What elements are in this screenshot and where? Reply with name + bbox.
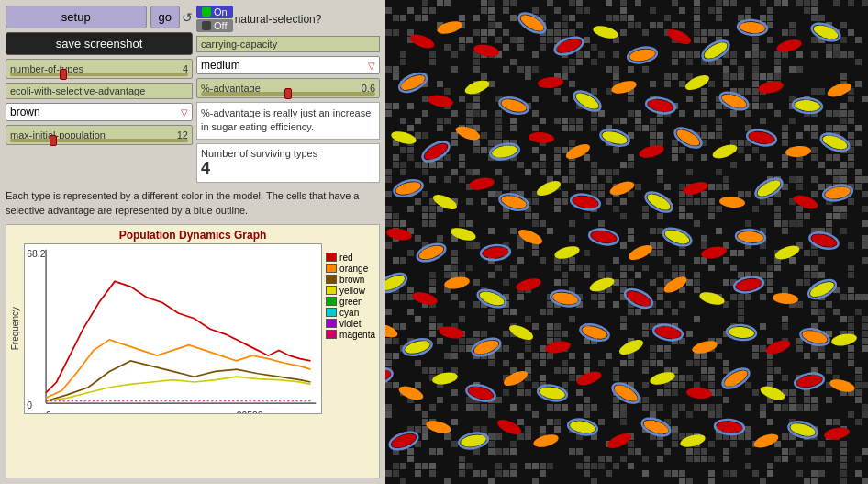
percent-advantage-thumb[interactable] bbox=[284, 88, 292, 99]
number-of-types-track bbox=[10, 73, 188, 76]
setup-go-row: setup go ↺ bbox=[6, 6, 193, 28]
toggle-off-indicator bbox=[202, 21, 211, 30]
legend-label-brown: brown bbox=[339, 275, 364, 285]
natural-selection-label: natural-selection? bbox=[235, 13, 322, 26]
percent-advantage-info: %-advantage is really just an increase i… bbox=[196, 102, 380, 140]
ecoli-value: brown bbox=[10, 106, 40, 118]
legend-color-red bbox=[326, 253, 337, 262]
legend-color-violet bbox=[326, 319, 337, 328]
legend-color-cyan bbox=[326, 308, 337, 317]
svg-text:0: 0 bbox=[27, 400, 32, 411]
surviving-value: 4 bbox=[201, 159, 375, 178]
max-initial-population-thumb[interactable] bbox=[50, 135, 57, 146]
legend-item-violet: violet bbox=[326, 319, 375, 329]
legend-label-cyan: cyan bbox=[339, 308, 359, 318]
info-text: %-advantage is really just an increase i… bbox=[201, 107, 371, 132]
carrying-capacity-arrow: ▽ bbox=[368, 61, 375, 71]
toggle-off-button[interactable]: Off bbox=[196, 19, 233, 32]
graph-legend: red orange brown yellow green bbox=[326, 243, 375, 415]
legend-label-yellow: yellow bbox=[339, 286, 365, 296]
simulation-canvas bbox=[385, 0, 868, 484]
refresh-icon[interactable]: ↺ bbox=[182, 10, 193, 25]
description-text: Each type is represented by a different … bbox=[6, 186, 380, 220]
number-of-types-slider[interactable]: number-of-types 4 bbox=[6, 59, 193, 79]
legend-label-red: red bbox=[339, 253, 352, 263]
setup-button[interactable]: setup bbox=[6, 6, 147, 28]
screenshot-button[interactable]: save screenshot bbox=[6, 32, 193, 55]
simulation-panel bbox=[385, 0, 868, 484]
ecoli-dropdown[interactable]: brown ▽ bbox=[6, 103, 193, 121]
graph-svg-container: Frequency 68.2 0 0 20500 Time bbox=[10, 243, 375, 415]
legend-color-yellow bbox=[326, 286, 337, 295]
legend-item-brown: brown bbox=[326, 275, 375, 285]
left-panel: setup go ↺ save screenshot number-of-typ… bbox=[0, 0, 385, 484]
legend-label-violet: violet bbox=[339, 319, 361, 329]
toggle-off-label: Off bbox=[214, 20, 227, 31]
legend-color-magenta bbox=[326, 330, 337, 339]
svg-text:0: 0 bbox=[46, 411, 51, 414]
legend-item-green: green bbox=[326, 297, 375, 307]
legend-item-cyan: cyan bbox=[326, 308, 375, 318]
carrying-capacity-label-row: carrying-capacity bbox=[196, 36, 380, 52]
legend-color-orange bbox=[326, 264, 337, 273]
surviving-box: Number of surviving types 4 bbox=[196, 143, 380, 183]
natural-selection-toggle-row: On Off natural-selection? bbox=[196, 6, 380, 32]
legend-item-orange: orange bbox=[326, 264, 375, 274]
number-of-types-thumb[interactable] bbox=[60, 69, 67, 80]
go-btn-wrapper: go ↺ bbox=[150, 6, 193, 28]
ecoli-label-row: ecoli-with-selective-advantage bbox=[6, 83, 193, 99]
max-initial-population-slider[interactable]: max-initial-population 12 bbox=[6, 125, 193, 145]
legend-label-green: green bbox=[339, 297, 363, 307]
legend-label-orange: orange bbox=[339, 264, 368, 274]
graph-title: Population Dynamics Graph bbox=[10, 229, 375, 242]
svg-text:68.2: 68.2 bbox=[27, 249, 45, 259]
top-controls: setup go ↺ save screenshot number-of-typ… bbox=[6, 6, 380, 183]
legend-color-green bbox=[326, 297, 337, 306]
percent-advantage-track bbox=[201, 92, 375, 96]
go-button[interactable]: go bbox=[150, 6, 180, 28]
graph-y-label: Frequency bbox=[10, 307, 20, 350]
legend-item-red: red bbox=[326, 253, 375, 263]
right-controls: On Off natural-selection? carrying-capac… bbox=[196, 6, 380, 183]
max-initial-population-track bbox=[10, 139, 188, 142]
carrying-capacity-dropdown[interactable]: medium ▽ bbox=[196, 56, 380, 74]
legend-item-yellow: yellow bbox=[326, 286, 375, 296]
ecoli-label: ecoli-with-selective-advantage bbox=[10, 85, 145, 96]
legend-item-magenta: magenta bbox=[326, 330, 375, 340]
toggle-on-indicator bbox=[202, 7, 211, 17]
carrying-capacity-label: carrying-capacity bbox=[201, 39, 277, 50]
toggle-on-label: On bbox=[214, 6, 228, 17]
svg-text:20500: 20500 bbox=[237, 411, 263, 414]
left-controls: setup go ↺ save screenshot number-of-typ… bbox=[6, 6, 193, 145]
legend-label-magenta: magenta bbox=[339, 330, 375, 340]
surviving-label: Number of surviving types bbox=[201, 148, 375, 159]
graph-area: Population Dynamics Graph Frequency 68.2… bbox=[6, 224, 380, 478]
percent-advantage-slider[interactable]: %-advantage 0.6 bbox=[196, 78, 380, 98]
graph-svg: 68.2 0 0 20500 Time bbox=[24, 243, 322, 415]
toggle-on-button[interactable]: On bbox=[196, 6, 233, 18]
ecoli-dropdown-arrow: ▽ bbox=[181, 107, 188, 118]
carrying-capacity-value: medium bbox=[201, 59, 240, 72]
legend-color-brown bbox=[326, 275, 337, 284]
